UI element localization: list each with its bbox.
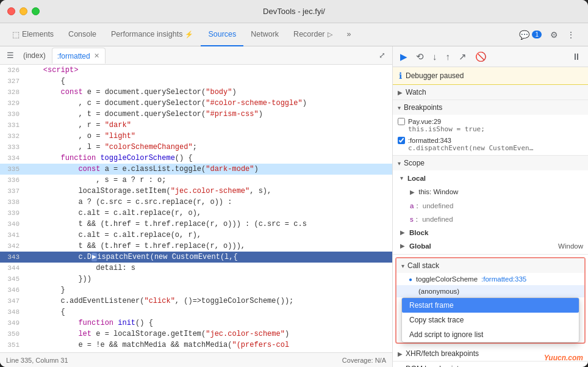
breakpoint-file-1: :formatted:343 (408, 137, 533, 144)
breakpoint-file-0: Pay.vue:29 (408, 118, 485, 125)
tab-network[interactable]: Network (243, 23, 286, 46)
source-tab-formatted[interactable]: :formatted ✕ (52, 48, 106, 64)
code-line-333: 333 , l = "colorSchemeChanged"; (0, 142, 392, 153)
tab-elements[interactable]: ⬚ Elements (5, 23, 61, 46)
cursor-position: Line 335, Column 31 (6, 357, 68, 364)
close-tab-icon[interactable]: ✕ (93, 51, 100, 60)
call-stack-item-0[interactable]: ● toggleColorScheme :formatted:335 (396, 273, 584, 285)
code-line-326: 326 <script> (0, 65, 392, 76)
step-into-button[interactable]: ↓ (430, 50, 440, 63)
code-line-332: 332 , o = "light" (0, 131, 392, 142)
block-chevron: ▶ (400, 227, 405, 238)
toggle-navigator-button[interactable]: ☰ (4, 48, 17, 62)
recorder-icon: ▷ (328, 31, 332, 38)
dom-breakpoints-label: DOM breakpoints (406, 365, 462, 367)
scope-content: ▾ Local ▶ this: Window a: undefined (393, 170, 588, 254)
code-line-337: 337 localStorage.setItem("jec.color-sche… (0, 186, 392, 197)
window-title: DevTools - jec.fyi/ (263, 7, 325, 16)
call-stack-item-1[interactable]: (anonymous) (396, 285, 584, 297)
scope-local-a: a: undefined (393, 199, 588, 213)
jump-to-function-button[interactable]: ⤢ (376, 48, 389, 62)
right-panel: ▶ ⟲ ↓ ↑ ↗ 🚫 ⏸ ℹ Debugger paused ▶ (393, 46, 588, 367)
scope-header[interactable]: ▾ Scope (393, 156, 588, 170)
context-menu-copy-stack-trace[interactable]: Copy stack trace (402, 313, 579, 327)
scope-section: ▾ Scope ▾ Local ▶ this: Window (393, 156, 588, 255)
overflow-button[interactable]: ⋮ (564, 27, 578, 42)
block-label: Block (409, 227, 428, 238)
breakpoints-chevron: ▾ (398, 104, 401, 111)
breakpoints-label: Breakpoints (404, 103, 442, 112)
play-icon: ● (409, 276, 412, 283)
breakpoint-label-0: Pay.vue:29 this.isShow = true; (408, 118, 485, 133)
call-stack-func-1: (anonymous) (418, 288, 459, 295)
lightning-icon: ⚡ (185, 31, 193, 38)
deactivate-button[interactable]: 🚫 (473, 50, 489, 64)
global-chevron: ▶ (400, 241, 405, 252)
tab-sources[interactable]: Sources (201, 23, 243, 46)
context-menu-add-to-ignore[interactable]: Add script to ignore list (402, 327, 579, 342)
settings-button[interactable]: ⚙ (547, 27, 561, 42)
call-stack-label: Call stack (407, 261, 439, 270)
pause-on-exception-button[interactable]: ⏸ (569, 50, 583, 63)
step-button[interactable]: ↗ (456, 50, 469, 64)
scope-local-header[interactable]: ▾ Local (393, 172, 588, 185)
xhr-chevron: ▶ (398, 351, 403, 357)
debug-toolbar: ▶ ⟲ ↓ ↑ ↗ 🚫 ⏸ (393, 46, 588, 67)
code-line-336: 336 , s = a ? r : o; (0, 175, 392, 186)
maximize-button[interactable] (32, 7, 40, 15)
dom-breakpoints-header[interactable]: ▶ DOM breakpoints (393, 362, 588, 367)
breakpoint-code-0: this.isShow = true; (408, 125, 485, 133)
tab-console[interactable]: Console (61, 23, 104, 46)
tab-more[interactable]: » (340, 23, 359, 46)
code-line-339: 339 c.alt = c.alt.replace(r, o), (0, 208, 392, 219)
global-label: Global (409, 241, 431, 252)
main-tabbar: ⬚ Elements Console Performance insights … (0, 23, 588, 46)
breakpoints-content: Pay.vue:29 this.isShow = true; :formatte… (393, 115, 588, 155)
watermark: Yuucn.com (544, 354, 583, 362)
breakpoints-section: ▾ Breakpoints Pay.vue:29 this.isShow = t… (393, 100, 588, 156)
debugger-paused-label: Debugger paused (406, 71, 464, 80)
tab-recorder[interactable]: Recorder ▷ (286, 23, 339, 46)
resume-button[interactable]: ▶ (398, 50, 410, 64)
scope-local-s: s: undefined (393, 213, 588, 226)
call-stack-func-0: toggleColorScheme (416, 275, 478, 283)
step-out-button[interactable]: ↑ (443, 50, 453, 63)
tab-performance-insights[interactable]: Performance insights ⚡ (104, 23, 201, 46)
code-line-338: 338 a ? (c.src = c.src.replace(r, o)) : (0, 197, 392, 208)
right-sections[interactable]: ▶ Watch ▾ Breakpoints Pay.vue:29 (393, 85, 588, 367)
anonymous-row: (anonymous) Restart frame Copy stack tra… (396, 285, 584, 343)
titlebar: DevTools - jec.fyi/ (0, 0, 588, 23)
code-line-328: 328 const e = document.querySelector("bo… (0, 87, 392, 98)
watch-header[interactable]: ▶ Watch (393, 85, 588, 100)
code-editor[interactable]: 326 <script> 327 { 328 const e = documen… (0, 65, 392, 352)
scope-chevron: ▾ (398, 160, 401, 167)
code-line-348: 348 { (0, 307, 392, 318)
code-line-344: 344 detail: s (0, 263, 392, 274)
local-label: Local (407, 173, 426, 184)
global-value: Window (558, 241, 583, 252)
call-stack-chevron: ▾ (401, 263, 404, 269)
chat-button[interactable]: 💬 1 (516, 27, 545, 42)
coverage-info: Coverage: N/A (342, 357, 386, 364)
breakpoint-checkbox-0[interactable] (398, 118, 405, 125)
close-button[interactable] (7, 7, 15, 15)
context-menu-restart-frame[interactable]: Restart frame (402, 298, 579, 313)
scope-global-header[interactable]: ▶ Global Window (393, 239, 588, 253)
traffic-lights (7, 7, 40, 15)
call-stack-header[interactable]: ▾ Call stack (396, 258, 584, 273)
source-tabs-bar: ☰ (index) :formatted ✕ ⤢ (0, 46, 392, 65)
code-line-327: 327 { (0, 76, 392, 87)
scope-local-this: ▶ this: Window (393, 185, 588, 199)
xhr-fetch-label: XHR/fetch breakpoints (406, 349, 479, 358)
code-line-331: 331 , r = "dark" (0, 120, 392, 131)
source-tab-index[interactable]: (index) (18, 48, 51, 64)
minimize-button[interactable] (20, 7, 27, 15)
breakpoints-header[interactable]: ▾ Breakpoints (393, 100, 588, 115)
devtools-extras: 💬 1 ⚙ ⋮ (511, 23, 583, 46)
watch-section: ▶ Watch (393, 85, 588, 100)
code-line-350: 350 let e = localStorage.getItem("jec.co… (0, 329, 392, 340)
scope-block-header[interactable]: ▶ Block (393, 226, 588, 239)
breakpoint-checkbox-1[interactable] (398, 137, 405, 144)
dom-breakpoints-section: ▶ DOM breakpoints (393, 362, 588, 367)
step-over-button[interactable]: ⟲ (414, 50, 426, 64)
